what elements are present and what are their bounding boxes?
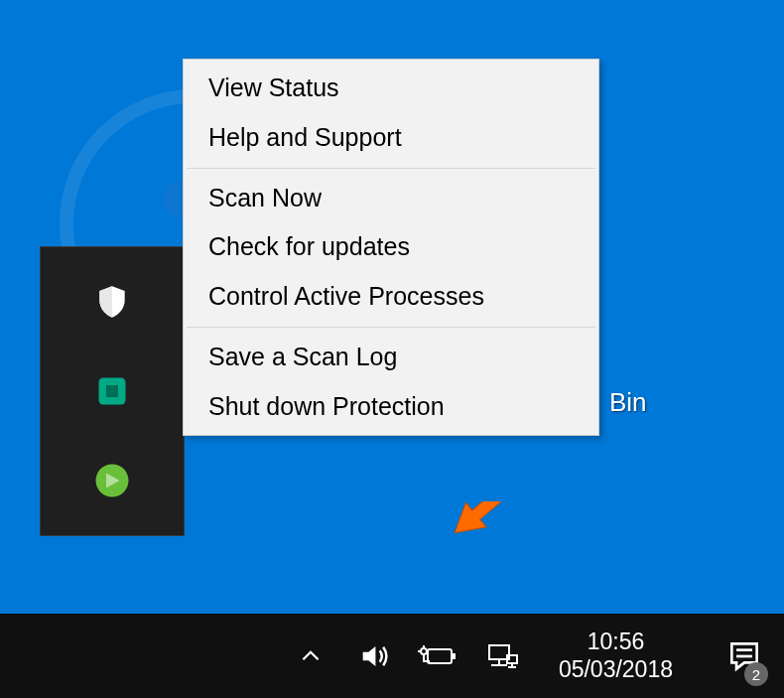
svg-rect-3 [428, 649, 452, 663]
menu-item-save-scan-log[interactable]: Save a Scan Log [185, 333, 597, 382]
svg-rect-1 [106, 385, 118, 397]
menu-separator [187, 327, 595, 328]
green-dot-icon[interactable] [92, 461, 132, 500]
system-tray[interactable]: 10:56 05/03/2018 2 [291, 614, 784, 698]
annotation-arrow-icon [449, 501, 520, 561]
notification-badge: 2 [744, 662, 768, 686]
power-battery-icon[interactable] [418, 636, 457, 676]
taskbar[interactable]: 10:56 05/03/2018 2 [0, 614, 784, 698]
volume-icon[interactable] [354, 636, 394, 676]
tray-context-menu[interactable]: View Status Help and Support Scan Now Ch… [183, 59, 599, 436]
network-icon[interactable] [481, 636, 521, 676]
menu-item-check-updates[interactable]: Check for updates [185, 222, 597, 272]
desktop[interactable]: PC risk.com View Status Help and Support [0, 0, 784, 698]
menu-item-help-support[interactable]: Help and Support [185, 113, 597, 163]
taskbar-clock[interactable]: 10:56 05/03/2018 [545, 628, 687, 683]
menu-item-scan-now[interactable]: Scan Now [185, 174, 597, 223]
clock-time: 10:56 [588, 628, 645, 656]
menu-item-control-processes[interactable]: Control Active Processes [185, 272, 597, 322]
square-icon[interactable] [92, 371, 132, 411]
shield-icon[interactable] [92, 282, 132, 322]
menu-separator [187, 168, 595, 169]
clock-date: 05/03/2018 [559, 656, 673, 684]
svg-rect-4 [452, 653, 456, 659]
menu-item-view-status[interactable]: View Status [185, 64, 597, 113]
desktop-icon-label-bin[interactable]: Bin [609, 387, 647, 418]
svg-point-5 [421, 648, 427, 654]
menu-item-shut-down-protection[interactable]: Shut down Protection [185, 382, 597, 432]
action-center-icon[interactable]: 2 [711, 614, 778, 698]
tray-overflow-panel[interactable] [40, 246, 185, 536]
tray-overflow-chevron-icon[interactable] [291, 636, 330, 676]
